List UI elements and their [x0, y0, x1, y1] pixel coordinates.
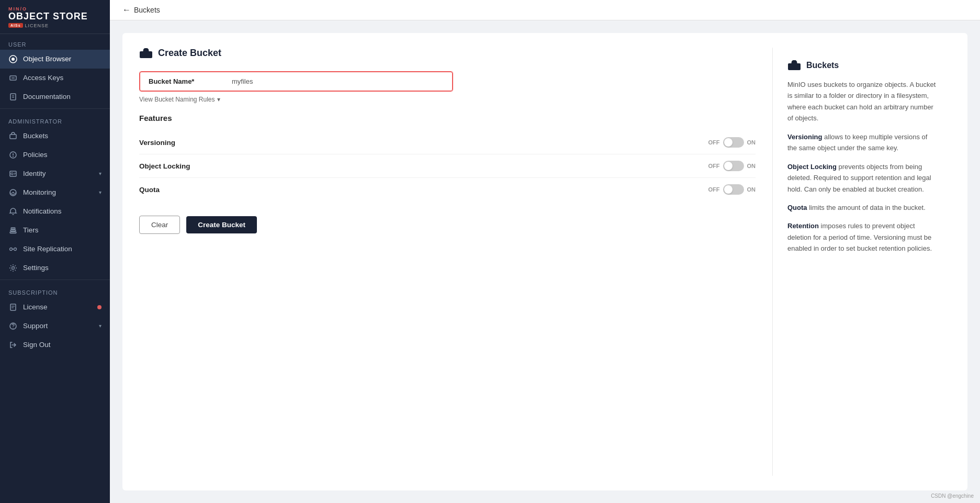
logo-main: OBJECT STORE	[8, 12, 102, 22]
back-label: Buckets	[134, 6, 160, 14]
monitoring-label: Monitoring	[23, 188, 94, 196]
svg-point-28	[13, 328, 14, 329]
license-icon	[8, 303, 18, 312]
info-body: MinIO uses buckets to organize objects. …	[787, 79, 936, 254]
quota-label: Quota	[139, 186, 708, 194]
sidebar-item-tiers[interactable]: Tiers	[0, 221, 110, 240]
license-label: License	[23, 303, 90, 311]
documentation-icon	[8, 92, 18, 102]
content-area: Create Bucket Bucket Name* View Bucket N…	[110, 20, 980, 503]
info-quota-title: Quota	[787, 204, 807, 211]
site-replication-icon	[8, 244, 18, 254]
license-badge	[97, 305, 102, 309]
page-card: Create Bucket Bucket Name* View Bucket N…	[122, 33, 967, 490]
svg-rect-24	[10, 304, 16, 310]
bucket-name-input[interactable]	[223, 72, 453, 91]
create-bucket-form: Create Bucket Bucket Name* View Bucket N…	[139, 48, 773, 476]
identity-icon	[8, 169, 18, 178]
support-label: Support	[23, 322, 94, 330]
documentation-label: Documentation	[23, 93, 102, 100]
monitoring-arrow-icon: ▾	[99, 189, 102, 195]
sidebar-item-documentation[interactable]: Documentation	[0, 87, 110, 106]
notifications-icon	[8, 207, 18, 216]
support-arrow-icon: ▾	[99, 323, 102, 329]
svg-rect-7	[10, 135, 16, 139]
features-title: Features	[139, 114, 756, 122]
copyright: CSDN @engchine	[931, 493, 974, 499]
info-title: Buckets	[787, 60, 936, 71]
svg-rect-19	[11, 228, 15, 229]
versioning-row: Versioning OFF ON	[139, 131, 756, 154]
versioning-toggle[interactable]	[723, 137, 744, 148]
sidebar-item-license[interactable]: License	[0, 298, 110, 317]
identity-arrow-icon: ▾	[99, 171, 102, 176]
user-section-label: User	[0, 34, 110, 50]
sidebar: MIN/O OBJECT STORE AISs LICENSE User Obj…	[0, 0, 110, 503]
logo-badge: AISs	[8, 23, 23, 28]
svg-rect-18	[10, 230, 16, 231]
svg-point-10	[13, 156, 14, 157]
svg-point-21	[14, 248, 17, 250]
clear-button[interactable]: Clear	[139, 216, 180, 234]
object-locking-row: Object Locking OFF ON	[139, 154, 756, 178]
svg-rect-29	[140, 51, 152, 58]
policies-icon	[8, 150, 18, 160]
object-locking-toggle[interactable]	[723, 161, 744, 171]
view-naming-rules-text: View Bucket Naming Rules	[139, 96, 215, 103]
quota-row: Quota OFF ON	[139, 178, 756, 201]
notifications-label: Notifications	[23, 207, 102, 215]
quota-toggle[interactable]	[723, 184, 744, 195]
sidebar-item-support[interactable]: Support ▾	[0, 317, 110, 336]
view-naming-rules-link[interactable]: View Bucket Naming Rules ▾	[139, 96, 453, 103]
sidebar-item-object-browser[interactable]: Object Browser	[0, 50, 110, 69]
info-versioning-title: Versioning	[787, 133, 822, 141]
info-quota-text: limits the amount of data in the bucket.	[809, 204, 926, 211]
create-bucket-button[interactable]: Create Bucket	[186, 216, 257, 233]
svg-rect-4	[10, 94, 16, 100]
tiers-icon	[8, 226, 18, 235]
logo: MIN/O OBJECT STORE AISs LICENSE	[0, 0, 110, 34]
access-keys-label: Access Keys	[23, 74, 102, 82]
sidebar-item-access-keys[interactable]: Access Keys	[0, 69, 110, 87]
sign-out-label: Sign Out	[23, 341, 102, 349]
buckets-icon	[8, 131, 18, 141]
sign-out-icon	[8, 340, 18, 350]
sidebar-item-sign-out[interactable]: Sign Out	[0, 336, 110, 354]
admin-section-label: Administrator	[0, 111, 110, 127]
form-actions: Clear Create Bucket	[139, 216, 756, 234]
sidebar-item-site-replication[interactable]: Site Replication	[0, 240, 110, 259]
info-bucket-icon	[787, 60, 801, 71]
bucket-name-label: Bucket Name*	[140, 72, 223, 91]
buckets-label: Buckets	[23, 132, 102, 140]
svg-point-12	[11, 173, 13, 175]
support-icon	[8, 321, 18, 331]
logo-license: LICENSE	[25, 23, 49, 28]
sidebar-item-policies[interactable]: Policies	[0, 146, 110, 164]
info-locking-title: Object Locking	[787, 163, 837, 171]
quota-toggle-group: OFF ON	[708, 184, 756, 195]
info-locking: Object Locking prevents objects from bei…	[787, 161, 936, 195]
info-quota: Quota limits the amount of data in the b…	[787, 202, 936, 213]
back-to-buckets-link[interactable]: ← Buckets	[122, 5, 160, 15]
access-keys-icon	[8, 73, 18, 83]
svg-rect-30	[788, 63, 801, 70]
info-retention: Retention imposes rules to prevent objec…	[787, 220, 936, 254]
svg-point-1	[12, 58, 15, 61]
svg-point-23	[12, 266, 15, 269]
policies-label: Policies	[23, 151, 102, 159]
object-browser-label: Object Browser	[23, 55, 102, 63]
object-locking-toggle-group: OFF ON	[708, 161, 756, 171]
sidebar-item-buckets[interactable]: Buckets	[0, 127, 110, 146]
back-arrow-icon: ←	[122, 5, 131, 15]
info-intro: MinIO uses buckets to organize objects. …	[787, 79, 936, 124]
sidebar-item-identity[interactable]: Identity ▾	[0, 164, 110, 183]
object-browser-icon	[8, 54, 18, 64]
site-replication-label: Site Replication	[23, 245, 102, 253]
sidebar-item-notifications[interactable]: Notifications	[0, 202, 110, 221]
tiers-label: Tiers	[23, 226, 102, 234]
monitoring-icon	[8, 188, 18, 197]
settings-label: Settings	[23, 264, 102, 272]
settings-icon	[8, 263, 18, 273]
sidebar-item-settings[interactable]: Settings	[0, 259, 110, 277]
sidebar-item-monitoring[interactable]: Monitoring ▾	[0, 183, 110, 202]
